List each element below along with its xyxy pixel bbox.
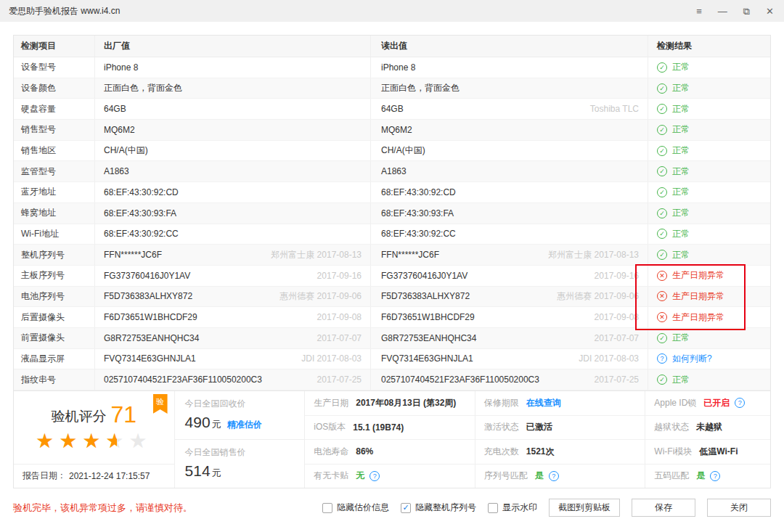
row-item-label: Wi-Fi地址 [14,224,95,245]
factory-cell: A1863 [95,161,371,181]
checkbox[interactable]: ✓隐藏整机序列号 [401,502,476,514]
save-button[interactable]: 保存 [632,499,695,517]
window-title: 爱思助手验机报告 www.i4.cn [9,5,120,17]
score-line: 验机评分71 [51,401,136,428]
table-row: 销售型号MQ6M2MQ6M2✓正常 [14,120,770,141]
read-value: 68:EF:43:30:92:CC [381,229,456,239]
report-container: 检测项目 出厂值 读出值 检测结果 设备型号iPhone 8iPhone 8✓正… [13,35,771,488]
info-label: 越狱状态 [654,421,689,433]
result-text: 正常 [672,82,690,94]
help-icon[interactable]: ? [549,471,559,481]
checkbox-checked-icon[interactable]: ✓ [401,503,411,513]
check-circle-icon: ✓ [657,104,667,114]
info-cell: 生产日期2017年08月13日 (第32周) [305,391,475,416]
close-icon[interactable]: ✕ [766,7,774,16]
info-value: 是 [696,470,705,482]
read-cell: 0257107404521F23AF36F110050200C32017-07-… [371,369,648,390]
star-rating: ★★★★★★★★★★ [36,430,152,453]
result-cell: ✓正常 [648,141,770,161]
sale-price-unit: 元 [212,467,221,480]
result-cell: ✓正常 [648,99,770,119]
read-cell: iPhone 8 [371,57,648,78]
read-cell: 64GBToshiba TLC [371,99,648,119]
estimate-link[interactable]: 精准估价 [227,419,262,431]
result-cell: ✓正常 [648,120,770,140]
question-circle-icon: ? [657,353,667,364]
checkbox-label: 隐藏估价信息 [337,502,389,514]
checkbox[interactable]: 显示水印 [488,502,537,514]
table-row: 整机序列号FFN******JC6F郑州富士康 2017-08-13FFN***… [14,245,770,266]
factory-cell: MQ6M2 [95,120,371,140]
result-text[interactable]: 如何判断? [672,353,712,365]
close-button[interactable]: 关闭 [707,499,771,517]
info-value[interactable]: 在线查询 [526,397,561,409]
read-cell: CH/A(中国) [371,141,648,161]
factory-value: 正面白色，背面金色 [104,82,182,94]
screenshot-to-clipboard-button[interactable]: 截图到剪贴板 [549,499,620,517]
info-cell: iOS版本15.1 (19B74) [305,416,475,441]
check-circle-icon: ✓ [657,187,667,197]
score-label: 验机评分 [51,409,106,424]
factory-value: FFN******JC6F [104,250,162,260]
table-row: 后置摄像头F6D73651W1BHCDF292017-09-08F6D73651… [14,307,770,328]
report-date-value: 2021-12-24 17:15:57 [69,471,150,481]
row-item-label: 销售地区 [14,141,95,161]
read-value: 68:EF:43:30:92:CD [381,187,456,197]
help-icon[interactable]: ? [735,398,745,408]
result-cell[interactable]: ?如何判断? [648,349,770,369]
info-cell: Apple ID锁已开启? [645,391,770,416]
restore-icon[interactable]: ⧉ [743,7,750,16]
read-value: iPhone 8 [381,62,415,73]
read-cell: F5D736383ALHXY872惠州德赛 2017-09-06 [371,287,648,307]
header-item: 检测项目 [14,36,95,57]
read-value: MQ6M2 [381,125,412,135]
read-note: 2017-09-16 [595,271,639,281]
read-note: Toshiba TLC [590,104,639,114]
result-cell: ✓正常 [648,161,770,181]
info-value: 15.1 (19B74) [353,422,404,433]
factory-value: iPhone 8 [104,62,138,73]
x-circle-icon: ✕ [657,291,667,301]
info-value: 2017年08月13日 (第32周) [356,397,456,409]
factory-note: 2017-09-08 [317,312,362,322]
factory-cell: F5D736383ALHXY872惠州德赛 2017-09-06 [95,287,371,307]
row-item-label: 整机序列号 [14,245,95,265]
read-note: 郑州富士康 2017-08-13 [548,249,639,261]
info-value: 是 [535,470,544,482]
help-icon[interactable]: ? [710,471,720,481]
check-circle-icon: ✓ [657,333,667,343]
menu-icon[interactable]: ≡ [696,7,702,16]
check-circle-icon: ✓ [657,250,667,260]
result-text: 正常 [672,228,690,240]
report-date-row: 报告日期： 2021-12-24 17:15:57 [14,464,174,488]
result-cell: ✓正常 [648,203,770,224]
checkbox-label: 显示水印 [502,502,537,514]
checkbox-unchecked-icon[interactable] [322,503,332,513]
factory-value: A1863 [104,166,129,176]
row-item-label: 后置摄像头 [14,307,95,327]
read-cell: 68:EF:43:30:92:CD [371,182,648,202]
check-circle-icon: ✓ [657,229,667,239]
read-cell: 正面白色，背面金色 [371,78,648,99]
table-row: 前置摄像头G8R72753EANHQHC342017-07-07G8R72753… [14,328,770,349]
checkbox-group: 隐藏估价信息✓隐藏整机序列号显示水印 [311,502,537,514]
info-column-1: 生产日期2017年08月13日 (第32周)iOS版本15.1 (19B74)电… [305,391,475,488]
factory-value: MQ6M2 [104,125,135,135]
table-row: 设备型号iPhone 8iPhone 8✓正常 [14,57,770,78]
factory-value: FVQ7314E63GHNJLA1 [104,353,196,364]
read-note: 2017-09-08 [595,312,639,322]
help-icon[interactable]: ? [369,471,380,481]
recycle-price-value: 490 [185,414,211,431]
checkbox[interactable]: 隐藏估价信息 [322,502,389,514]
recycle-price-line: 490 元 精准估价 [185,414,305,431]
info-label: Apple ID锁 [654,397,696,409]
minimize-icon[interactable]: — [718,7,727,16]
result-cell: ✓正常 [648,224,770,245]
checkbox-unchecked-icon[interactable] [488,503,498,513]
result-text: 正常 [672,123,690,136]
result-text: 正常 [672,61,690,73]
factory-value: 68:EF:43:30:93:FA [104,208,176,218]
x-circle-icon: ✕ [657,312,667,322]
info-cell: 保修期限在线查询 [475,391,645,416]
table-row: 硬盘容量64GB64GBToshiba TLC✓正常 [14,99,770,120]
